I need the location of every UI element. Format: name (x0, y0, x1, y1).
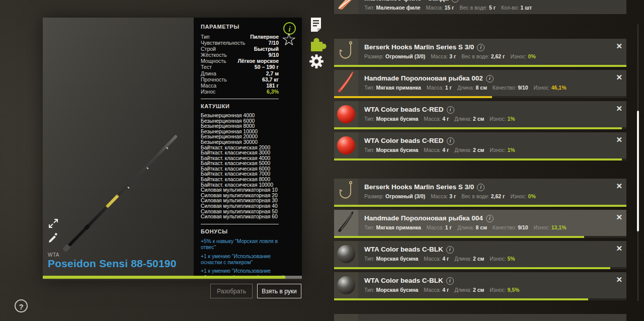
info-icon[interactable]: i (477, 184, 485, 191)
item-meta: Тип:Морская бусина Масса:4 г Длина:2 см … (364, 287, 606, 293)
item-meta: Тип:Маленькое филе Масса:15 г Вес в воде… (364, 5, 606, 11)
info-icon[interactable]: i (446, 277, 454, 285)
item-meta: Тип:Мягкая приманка Масса:1 г Длина:8 см… (364, 85, 606, 91)
info-icon[interactable]: i (446, 246, 454, 254)
item-icon-box (334, 179, 358, 205)
wear-bar (334, 65, 626, 67)
rod-detail-card: WTA Poseidon Sensi 88-50190 ПАРАМЕТРЫ Ти… (43, 18, 302, 280)
wear-bar (334, 205, 626, 207)
list-item[interactable]: Маленькое филе - Сайдаi Тип:Маленькое фи… (334, 0, 626, 14)
reel-entry: Силовая мультипликаторная 60 (201, 214, 295, 220)
take-in-hands-button[interactable]: Взять в руки (257, 284, 301, 298)
param-row: Масса181 г (201, 83, 295, 89)
wear-bar (334, 236, 626, 238)
list-item[interactable]: WTA Color beads C-BLKi Тип:Морская бусин… (334, 241, 626, 269)
item-title: Berserk Hooks Marlin Series S 3/0 (364, 43, 474, 51)
close-icon[interactable]: ✕ (616, 244, 622, 253)
red-bead-icon (337, 136, 355, 154)
item-icon-box (334, 272, 358, 298)
info-icon[interactable]: i (486, 75, 494, 83)
item-icon-box (334, 210, 358, 236)
black-bead-icon (337, 245, 355, 263)
soft-lure-black-icon (336, 211, 357, 235)
wear-bar (334, 158, 626, 160)
reel-entry: Безынерционная 4000 (201, 113, 295, 119)
divider (201, 224, 279, 224)
help-icon[interactable]: ? (15, 299, 28, 312)
close-icon[interactable]: ✕ (616, 73, 622, 82)
divider (201, 99, 279, 99)
disassemble-button[interactable]: Разобрать (210, 284, 253, 298)
bonus-entry: +1 к умению "Использование оснастки с пи… (201, 254, 286, 266)
item-meta: Тип:Мягкая приманка Масса:1 г Длина:8 см… (364, 224, 606, 230)
pencil-icon[interactable] (48, 231, 59, 243)
favorite-star-icon[interactable]: ☆ (281, 31, 296, 48)
rod-params-panel: ПАРАМЕТРЫ ТипПилкерное Чувствительность7… (194, 18, 302, 276)
item-title: WTA Color beads C-BLK (364, 246, 443, 253)
wear-bar (334, 127, 626, 129)
close-icon[interactable]: ✕ (616, 104, 622, 113)
rod-name: Poseidon Sensi 88-50190 (48, 258, 177, 270)
red-bead-icon (337, 105, 355, 123)
close-icon[interactable]: ✕ (616, 42, 622, 51)
param-row: Длина2,7 м (201, 70, 295, 76)
rod-preview: WTA Poseidon Sensi 88-50190 (43, 18, 194, 276)
rod-brand: WTA (48, 252, 177, 258)
item-icon-box (334, 314, 358, 321)
soft-lure-red-icon (336, 71, 357, 95)
close-icon[interactable]: ✕ (616, 135, 622, 144)
item-icon-box (334, 132, 358, 158)
close-icon[interactable]: ✕ (616, 213, 622, 222)
puzzle-icon[interactable] (308, 36, 327, 53)
close-icon[interactable]: ✕ (616, 275, 622, 284)
info-icon[interactable]: i (486, 215, 494, 222)
item-meta: Размер:Огромный (3/0) Масса:3 г Вес в во… (364, 193, 606, 199)
param-row: Тест50 – 190 г (201, 64, 295, 70)
item-title: WTA Color beads C-BLK (364, 277, 443, 284)
item-meta: Размер:Огромный (3/0) Масса:3 г Вес в во… (364, 53, 606, 59)
info-icon[interactable]: i (447, 137, 454, 145)
wear-bar (334, 298, 626, 300)
gear-icon[interactable] (308, 53, 325, 69)
list-item-selected[interactable]: Handmade Поролоновая рыбка 004i Тип:Мягк… (334, 210, 626, 238)
list-item[interactable]: WTA Color beads C-REDi Тип:Морская бусин… (334, 101, 626, 129)
param-row: Прочность63,7 кг (201, 76, 295, 83)
list-item[interactable]: WTA Color beads C-BLKi Тип:Морская бусин… (334, 272, 626, 300)
param-row: Жёсткость9/10 (201, 52, 295, 58)
black-bead-icon (337, 276, 355, 294)
wear-bar (334, 96, 626, 98)
item-meta: Тип:Морская бусина Масса:4 г Длина:2 см … (364, 256, 606, 262)
param-row-wear: Износ6,3% (201, 89, 295, 95)
rod-image (64, 134, 178, 251)
param-row: СтройБыстрый (201, 46, 295, 52)
list-item[interactable] (334, 314, 626, 321)
item-icon-box (334, 101, 358, 127)
expand-icon[interactable] (48, 218, 59, 229)
info-icon[interactable]: i (447, 106, 454, 114)
reel-entry: Безынерционная 30000 (201, 140, 295, 145)
inventory-list: Маленькое филе - Сайдаi Тип:Маленькое фи… (334, 0, 626, 321)
list-item[interactable]: Berserk Hooks Marlin Series S 3/0i Разме… (334, 179, 626, 207)
notes-icon[interactable] (308, 17, 324, 33)
info-icon[interactable]: i (451, 0, 459, 3)
bonus-entry: +5% к навыку "Морская ловля в отвес" (201, 238, 286, 251)
params-header: ПАРАМЕТРЫ (201, 24, 295, 30)
item-title: Маленькое филе - Сайда (364, 0, 448, 2)
list-item[interactable]: WTA Color beads C-REDi Тип:Морская бусин… (334, 132, 626, 160)
item-meta: Тип:Морская бусина Масса:4 г Длина:2 см … (364, 116, 606, 122)
item-title: Handmade Поролоновая рыбка 002 (364, 74, 483, 82)
scrollbar-thumb[interactable] (637, 111, 639, 231)
info-icon[interactable]: i (477, 44, 485, 51)
close-icon[interactable]: ✕ (616, 182, 622, 191)
item-title: WTA Color beads C-RED (364, 137, 444, 144)
list-item[interactable]: Berserk Hooks Marlin Series S 3/0i Разме… (334, 39, 626, 67)
hook-icon (338, 40, 355, 63)
item-icon-box (334, 241, 358, 267)
item-title: WTA Color beads C-RED (364, 106, 444, 113)
list-item[interactable]: Handmade Поролоновая рыбка 002i Тип:Мягк… (334, 70, 626, 98)
item-icon-box (334, 39, 358, 65)
rod-durability-bar (43, 276, 302, 279)
param-row: МощностьЛёгкое морское (201, 58, 295, 64)
fillet-icon (336, 0, 356, 12)
item-icon-box (334, 0, 358, 14)
